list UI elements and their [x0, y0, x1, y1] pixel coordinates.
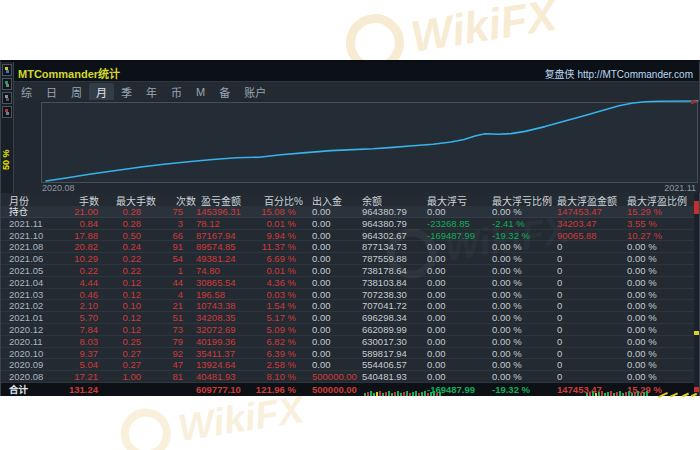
table-cell: 6.82 % — [239, 336, 296, 347]
table-row[interactable]: 2020.095.040.274713924.642.58 %0.0055440… — [1, 359, 699, 371]
table-cell: 6.69 % — [239, 253, 296, 264]
table-cell: 0.22 — [99, 253, 141, 264]
table-cell: 787559.88 — [362, 253, 426, 264]
table-cell: 0.12 — [99, 277, 141, 288]
x-axis-start-label: 2020.08 — [42, 183, 75, 193]
table-row[interactable]: 2021.050.220.22174.800.01 %0.00738178.64… — [1, 265, 699, 277]
menu-item-综[interactable]: 综 — [14, 83, 39, 101]
table-cell: 0.00 % — [627, 371, 689, 382]
table-row[interactable]: 持仓21.000.2875145396.3115.08 %0.00964380.… — [1, 206, 699, 218]
table-cell: 0.00 — [312, 241, 368, 252]
table-cell: 877134.73 — [362, 241, 426, 252]
menu-item-币[interactable]: 币 — [164, 83, 189, 101]
table-cell: 0.00 % — [627, 277, 689, 288]
title-bar[interactable]: MTCommander统计 复盘侠 http://MTCommander.com — [1, 62, 699, 82]
table-cell: 0.84 — [56, 218, 98, 229]
table-cell: 0 — [557, 277, 623, 288]
table-cell: 0.00 % — [492, 265, 554, 276]
table-cell: 0.27 — [99, 359, 141, 370]
table-cell: 1 — [143, 265, 183, 276]
table-cell: 21 — [143, 300, 183, 311]
table-row[interactable]: 2020.118.030.257940199.366.82 %0.0063001… — [1, 336, 699, 348]
table-cell: 964302.67 — [362, 230, 426, 241]
table-cell: 0.00 % — [627, 265, 689, 276]
menu-item-年[interactable]: 年 — [139, 83, 164, 101]
table-cell: 5.04 — [56, 359, 98, 370]
table-cell: 10.29 — [56, 253, 98, 264]
table-cell: 0.00 — [427, 206, 491, 217]
menu-item-备[interactable]: 备 — [212, 83, 237, 101]
table-cell: 696298.34 — [362, 312, 426, 323]
equity-chart-svg — [1, 100, 700, 193]
table-row[interactable]: 2021.015.700.125134208.355.17 %0.0069629… — [1, 312, 699, 324]
minimized-window-icon[interactable] — [2, 64, 12, 76]
table-cell: 21.00 — [56, 206, 98, 217]
table-cell: 707238.30 — [362, 289, 426, 300]
menu-item-季[interactable]: 季 — [114, 83, 139, 101]
table-row[interactable]: 2021.110.840.28378.120.01 %0.00964380.79… — [1, 218, 699, 230]
table-cell: 9.37 — [56, 348, 98, 359]
table-cell: 0.00 — [427, 277, 491, 288]
table-cell: 0.00 — [427, 253, 491, 264]
table-cell: 0.00 — [312, 348, 368, 359]
table-cell: 147453.47 — [557, 206, 623, 217]
table-row[interactable]: 2021.1017.880.506687167.949.94 %0.009643… — [1, 230, 699, 242]
table-cell: 0.00 — [312, 336, 368, 347]
table-cell: 0.50 — [99, 230, 141, 241]
table-cell: 0.25 — [99, 336, 141, 347]
table-cell: 0.00 % — [492, 300, 554, 311]
menu-item-月[interactable]: 月 — [89, 83, 114, 101]
scrollbar[interactable] — [694, 193, 699, 396]
table-cell: 0.00 % — [627, 241, 689, 252]
table-cell: 81 — [143, 371, 183, 382]
table-row[interactable]: 合计131.24609777.10121.96 %500000.00-16948… — [1, 383, 699, 396]
table-row[interactable]: 2020.0817.211.008140481.938.10 %500000.0… — [1, 371, 699, 383]
table-row[interactable]: 2021.044.440.124430865.544.36 %0.0073810… — [1, 277, 699, 289]
table-cell: 0.00 — [427, 300, 491, 311]
titlebar-url[interactable]: 复盘侠 http://MTCommander.com — [545, 66, 693, 81]
table-cell: 0.27 — [99, 348, 141, 359]
table-cell: 1.54 % — [239, 300, 296, 311]
table-cell: 0 — [557, 265, 623, 276]
table-cell: 79 — [143, 336, 183, 347]
menu-item-日[interactable]: 日 — [39, 83, 64, 101]
table-cell: 0.00 % — [627, 300, 689, 311]
minimized-window-icon[interactable] — [2, 106, 12, 118]
table-cell: 589817.94 — [362, 348, 426, 359]
table-cell: 500000.00 — [312, 383, 368, 396]
table-cell: 0.00 % — [492, 359, 554, 370]
table-cell: 0.12 — [99, 324, 141, 335]
table-cell: 0.24 — [99, 241, 141, 252]
table-cell: 0.00 — [312, 218, 368, 229]
menu-item-周[interactable]: 周 — [64, 83, 89, 101]
table-row[interactable]: 2021.0820.820.249189574.8511.37 %0.00877… — [1, 241, 699, 253]
table-cell: 0 — [557, 371, 623, 382]
menu-item-账户[interactable]: 账户 — [237, 83, 273, 101]
table-cell: 0.00 — [427, 241, 491, 252]
table-cell: 0.00 % — [627, 312, 689, 323]
table-cell: 7.84 — [56, 324, 98, 335]
minimized-window-icon[interactable] — [2, 78, 12, 90]
table-cell: -19.32 % — [492, 383, 554, 396]
table-row[interactable]: 2021.030.460.124196.580.03 %0.00707238.3… — [1, 289, 699, 301]
window-title: MTCommander统计 — [18, 65, 120, 81]
table-cell: 8.03 — [56, 336, 98, 347]
table-cell: 0.00 % — [492, 336, 554, 347]
table-row[interactable]: 2021.022.100.102110743.381.54 %0.0070704… — [1, 300, 699, 312]
table-cell: 0.22 — [56, 265, 98, 276]
table-cell: 738103.84 — [362, 277, 426, 288]
table-cell: 500000.00 — [312, 371, 368, 382]
minimized-window-icon[interactable] — [2, 92, 12, 104]
scroll-marker — [694, 387, 699, 392]
table-cell: 0.00 — [427, 289, 491, 300]
table-cell: 0.00 % — [627, 289, 689, 300]
table-cell: 0 — [557, 253, 623, 264]
menu-item-M[interactable]: M — [189, 85, 212, 99]
scroll-marker — [694, 201, 699, 214]
table-row[interactable]: 2021.0610.290.225449381.246.69 %0.007875… — [1, 253, 699, 265]
mtcommander-window: MTCommander统计 复盘侠 http://MTCommander.com… — [0, 60, 700, 396]
table-row[interactable]: 2020.109.370.279235411.376.39 %0.0058981… — [1, 348, 699, 360]
table-row[interactable]: 2020.127.840.127332072.695.09 %0.0066208… — [1, 324, 699, 336]
table-cell: 15.29 % — [627, 383, 689, 396]
table-cell: 0.00 % — [627, 324, 689, 335]
